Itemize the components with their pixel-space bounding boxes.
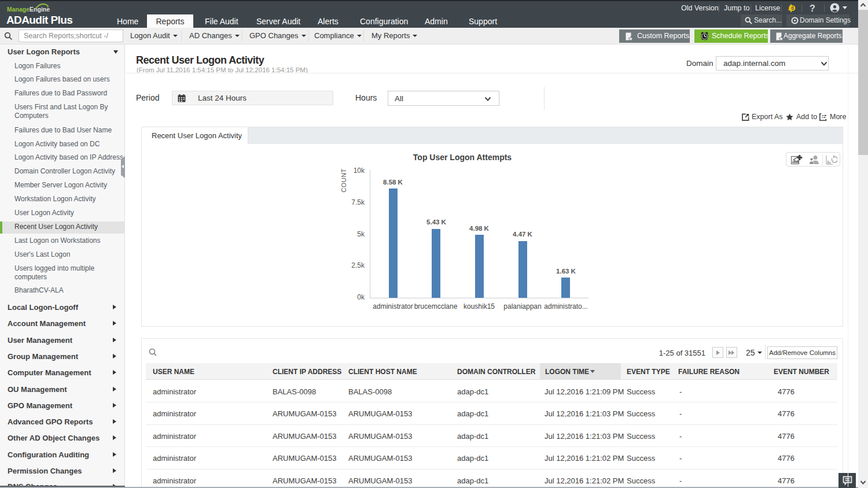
svg-text:0: 0 (791, 5, 794, 11)
